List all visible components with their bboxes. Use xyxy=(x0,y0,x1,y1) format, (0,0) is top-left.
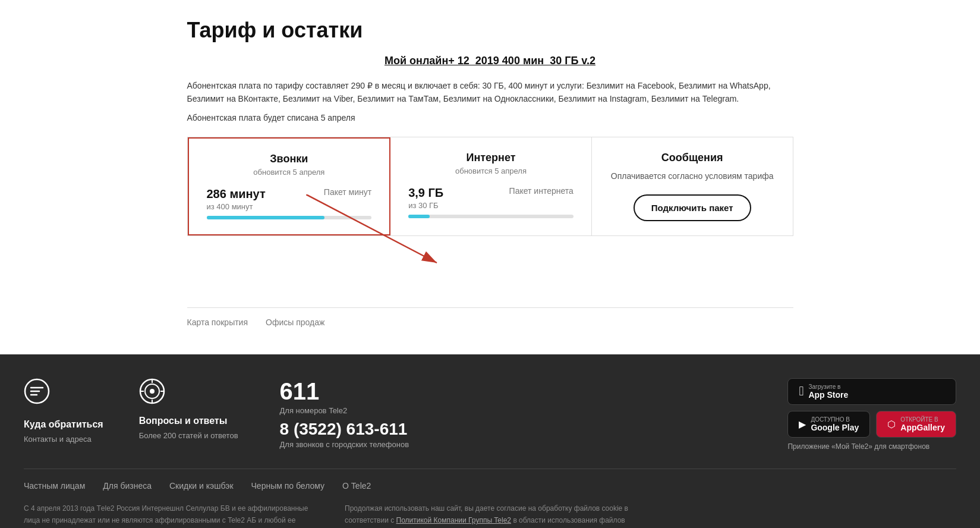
contact-title: Куда обратиться xyxy=(24,419,103,430)
red-arrow-svg xyxy=(306,194,544,272)
google-play-big: Google Play xyxy=(811,423,859,432)
svg-point-5 xyxy=(150,389,155,394)
app-gallery-big: AppGallery xyxy=(900,423,945,432)
page-title: Тариф и остатки xyxy=(187,18,793,43)
dark-footer-top: Куда обратиться Контакты и адреса xyxy=(24,378,956,451)
phone-section: 611 Для номеров Tele2 8 (3522) 613-611 Д… xyxy=(280,378,409,449)
nav-discounts[interactable]: Скидки и кэшбэк xyxy=(169,481,234,491)
app-store-small: Загрузите в xyxy=(808,384,848,390)
target-icon xyxy=(139,378,238,406)
calls-title: Звонки xyxy=(207,153,372,165)
tariff-name-link[interactable]: Мой онлайн+ 12_2019 400 мин_30 ГБ v.2 xyxy=(385,55,595,67)
footer-contact-section: Куда обратиться Контакты и адреса xyxy=(24,378,103,444)
messages-title: Сообщения xyxy=(661,152,723,164)
tariff-description: Абонентская плата по тарифу составляет 2… xyxy=(187,79,793,106)
nav-business[interactable]: Для бизнеса xyxy=(103,481,152,491)
messages-card: Сообщения Оплачивается согласно условиям… xyxy=(592,137,793,235)
phone-short-desc: Для номеров Tele2 xyxy=(280,406,409,415)
nav-individuals[interactable]: Частным лицам xyxy=(24,481,85,491)
app-store-text: Загрузите в App Store xyxy=(808,384,848,400)
coverage-map-link[interactable]: Карта покрытия xyxy=(187,318,248,327)
app-gallery-icon: ⬡ xyxy=(887,419,896,430)
payment-date: Абонентская плата будет списана 5 апреля xyxy=(187,113,793,122)
footer-links: Карта покрытия Офисы продаж xyxy=(187,307,793,337)
chat-icon xyxy=(24,378,103,410)
google-play-text: ДОСТУПНО В Google Play xyxy=(811,416,859,432)
store-badges-row: ▶ ДОСТУПНО В Google Play ⬡ ОТКРОЙТЕ В Ap… xyxy=(787,411,956,438)
app-gallery-small: ОТКРОЙТЕ В xyxy=(900,416,945,423)
nav-transparent[interactable]: Черным по белому xyxy=(251,481,325,491)
tariff-name[interactable]: Мой онлайн+ 12_2019 400 мин_30 ГБ v.2 xyxy=(187,55,793,67)
faq-title: Вопросы и ответы xyxy=(139,416,238,426)
app-gallery-text: ОТКРОЙТЕ В AppGallery xyxy=(900,416,945,432)
google-play-small: ДОСТУПНО В xyxy=(811,416,859,423)
svg-line-1 xyxy=(306,194,437,263)
phone-short: 611 xyxy=(280,378,409,405)
footer-faq-section: Вопросы и ответы Более 200 статей и отве… xyxy=(139,378,238,440)
apple-icon:  xyxy=(799,384,803,399)
contact-sub: Контакты и адреса xyxy=(24,435,103,444)
calls-subtitle: обновится 5 апреля xyxy=(207,168,372,177)
copyright-right: Продолжая использовать наш сайт, вы дает… xyxy=(345,502,642,528)
connect-package-button[interactable]: Подключить пакет xyxy=(634,194,751,221)
app-store-button[interactable]:  Загрузите в App Store xyxy=(787,378,956,405)
copyright-left: С 4 апреля 2013 года Тele2 Россия Интерн… xyxy=(24,502,309,528)
phone-full: 8 (3522) 613-611 xyxy=(280,420,409,439)
nav-about[interactable]: О Tele2 xyxy=(342,481,371,491)
dark-footer-nav: Частным лицам Для бизнеса Скидки и кэшбэ… xyxy=(24,469,956,491)
apps-description: Приложение «Мой Tele2» для смартфонов xyxy=(787,442,930,451)
app-store-big: App Store xyxy=(808,390,848,400)
google-play-icon: ▶ xyxy=(799,419,806,430)
dark-footer-bottom: С 4 апреля 2013 года Тele2 Россия Интерн… xyxy=(24,502,956,528)
faq-sub: Более 200 статей и ответов xyxy=(139,431,238,440)
google-play-button[interactable]: ▶ ДОСТУПНО В Google Play xyxy=(787,411,870,438)
internet-title: Интернет xyxy=(408,152,573,164)
app-gallery-button[interactable]: ⬡ ОТКРОЙТЕ В AppGallery xyxy=(876,411,956,438)
phone-full-desc: Для звонков с городских телефонов xyxy=(280,440,409,449)
internet-subtitle: обновится 5 апреля xyxy=(408,166,573,175)
apps-section:  Загрузите в App Store ▶ ДОСТУПНО В Goo… xyxy=(787,378,956,451)
dark-footer: Куда обратиться Контакты и адреса xyxy=(0,354,980,528)
sales-offices-link[interactable]: Офисы продаж xyxy=(266,318,324,327)
messages-description: Оплачивается согласно условиям тарифа xyxy=(611,170,774,183)
annotation-arrow xyxy=(187,242,793,301)
calls-used: 286 минут xyxy=(207,187,266,201)
cookie-policy-link[interactable]: Политикой Компании Группы Tele2 xyxy=(396,516,512,524)
